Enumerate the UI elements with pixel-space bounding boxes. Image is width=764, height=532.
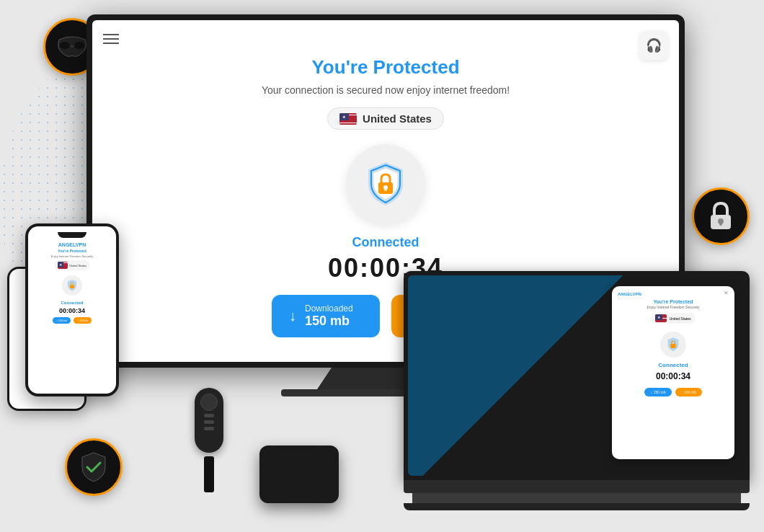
laptop-keyboard: [412, 493, 741, 503]
shield-svg: [364, 161, 407, 208]
svg-point-0: [60, 42, 70, 49]
download-icon: ↓: [289, 308, 296, 324]
laptop-app-stats: ↓ 150 mb ↑ 100 mb: [644, 388, 701, 396]
us-flag-icon: [339, 113, 357, 125]
protected-subtitle: Your connection is secured now enjoy int…: [262, 84, 510, 96]
menu-icon[interactable]: [103, 31, 119, 47]
phone-timer: 00:00:34: [59, 307, 85, 314]
phone-notch: [58, 232, 86, 238]
laptop-app-timer: 00:00:34: [656, 371, 690, 381]
svg-rect-4: [719, 221, 722, 226]
laptop-bottom: [404, 503, 750, 510]
phone-location: United States: [54, 260, 90, 270]
laptop-screen: ANGELVPN ✕ You're Protected Enjoy Intern…: [408, 275, 745, 476]
phone-stats: ↓ 150mb ↑ 100mb: [53, 317, 92, 324]
svg-rect-9: [70, 285, 74, 288]
download-value: 150 mb: [305, 314, 353, 329]
laptop-app-connected: Connected: [658, 362, 688, 368]
phone-brand: ANGELVPN: [58, 242, 86, 247]
location-badge[interactable]: United States: [327, 107, 444, 130]
laptop-device: ANGELVPN ✕ You're Protected Enjoy Intern…: [404, 271, 750, 510]
laptop-frame: ANGELVPN ✕ You're Protected Enjoy Intern…: [404, 271, 750, 480]
laptop-app-location: United States: [651, 313, 695, 324]
laptop-app-brand: ANGELVPN: [618, 292, 641, 296]
fire-stick-device: [195, 388, 223, 492]
phone-mockup-primary: ANGELVPN You're Protected Enjoy Internet…: [25, 223, 119, 396]
download-stat: ↓ Downloaded 150 mb: [272, 295, 380, 337]
phone-connected: Connected: [61, 301, 83, 305]
apple-tv-device: [259, 445, 339, 503]
fire-dongle: [204, 456, 214, 492]
fire-remote: [195, 388, 223, 453]
phone-shield: [62, 275, 82, 296]
location-text: United States: [363, 112, 432, 125]
check-shield-icon: [65, 438, 123, 496]
svg-rect-10: [670, 344, 675, 348]
download-label: Downloaded: [305, 303, 353, 314]
svg-rect-7: [385, 187, 387, 191]
laptop-base: [404, 480, 750, 493]
laptop-app-protected: You're Protected: [653, 299, 693, 304]
laptop-app-shield: [660, 332, 686, 358]
phone-protected-title: You're Protected: [58, 249, 86, 253]
vpn-shield[interactable]: [346, 144, 425, 223]
svg-point-1: [74, 42, 84, 49]
lock-icon: [692, 187, 750, 245]
connection-status: Connected: [352, 235, 419, 250]
support-icon[interactable]: 🎧: [639, 31, 668, 60]
laptop-app: ANGELVPN ✕ You're Protected Enjoy Intern…: [612, 286, 734, 459]
protected-title: You're Protected: [311, 56, 459, 79]
